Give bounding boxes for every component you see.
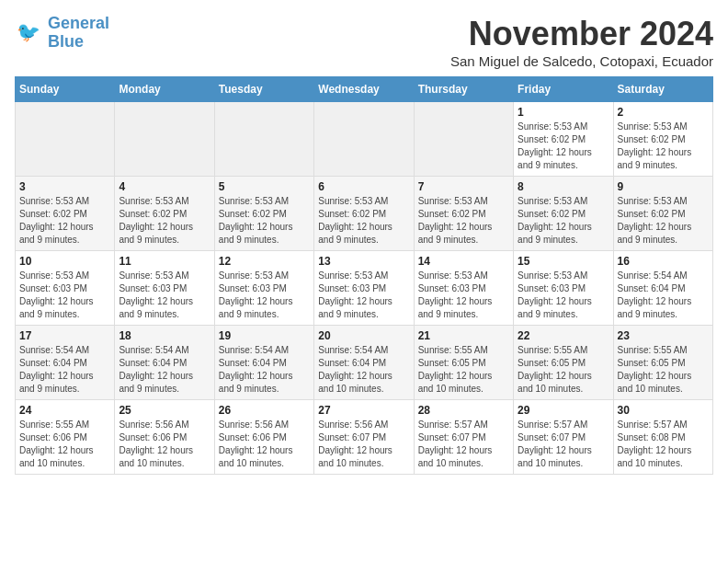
- day-number: 24: [19, 404, 110, 417]
- logo-icon: 🐦: [15, 18, 44, 48]
- day-info: Sunrise: 5:53 AM Sunset: 6:02 PM Dayligh…: [518, 195, 609, 247]
- day-number: 2: [618, 106, 709, 119]
- day-number: 21: [418, 329, 509, 342]
- svg-text:🐦: 🐦: [17, 20, 40, 44]
- day-cell: 27Sunrise: 5:56 AM Sunset: 6:07 PM Dayli…: [314, 400, 414, 475]
- calendar-table: SundayMondayTuesdayWednesdayThursdayFrid…: [15, 76, 713, 475]
- day-number: 14: [418, 255, 509, 268]
- day-cell: 23Sunrise: 5:55 AM Sunset: 6:05 PM Dayli…: [613, 326, 712, 400]
- day-cell: [314, 102, 414, 177]
- day-number: 8: [518, 180, 609, 193]
- day-number: 11: [119, 255, 210, 268]
- day-number: 13: [318, 255, 409, 268]
- day-info: Sunrise: 5:53 AM Sunset: 6:03 PM Dayligh…: [418, 270, 509, 321]
- day-cell: 7Sunrise: 5:53 AM Sunset: 6:02 PM Daylig…: [414, 177, 513, 251]
- day-info: Sunrise: 5:53 AM Sunset: 6:03 PM Dayligh…: [119, 270, 210, 321]
- day-info: Sunrise: 5:53 AM Sunset: 6:02 PM Dayligh…: [19, 195, 110, 247]
- day-cell: [214, 102, 313, 177]
- day-number: 4: [119, 180, 210, 193]
- week-row-4: 24Sunrise: 5:55 AM Sunset: 6:06 PM Dayli…: [16, 400, 713, 475]
- logo-line1: General: [48, 14, 109, 32]
- day-info: Sunrise: 5:56 AM Sunset: 6:07 PM Dayligh…: [318, 419, 409, 470]
- header-row: SundayMondayTuesdayWednesdayThursdayFrid…: [16, 77, 713, 102]
- day-info: Sunrise: 5:53 AM Sunset: 6:03 PM Dayligh…: [19, 270, 110, 321]
- day-info: Sunrise: 5:55 AM Sunset: 6:06 PM Dayligh…: [19, 419, 110, 470]
- day-number: 27: [318, 404, 409, 417]
- day-number: 30: [618, 404, 709, 417]
- day-number: 9: [618, 180, 709, 193]
- day-info: Sunrise: 5:55 AM Sunset: 6:05 PM Dayligh…: [518, 344, 609, 396]
- day-cell: 22Sunrise: 5:55 AM Sunset: 6:05 PM Dayli…: [514, 326, 613, 400]
- day-info: Sunrise: 5:57 AM Sunset: 6:08 PM Dayligh…: [618, 419, 709, 470]
- day-info: Sunrise: 5:53 AM Sunset: 6:02 PM Dayligh…: [318, 195, 409, 247]
- header-cell-sunday: Sunday: [16, 77, 115, 102]
- day-cell: 13Sunrise: 5:53 AM Sunset: 6:03 PM Dayli…: [314, 251, 414, 326]
- day-cell: 18Sunrise: 5:54 AM Sunset: 6:04 PM Dayli…: [115, 326, 214, 400]
- week-row-0: 1Sunrise: 5:53 AM Sunset: 6:02 PM Daylig…: [16, 102, 713, 177]
- day-info: Sunrise: 5:56 AM Sunset: 6:06 PM Dayligh…: [219, 419, 310, 470]
- day-number: 19: [219, 329, 310, 342]
- day-cell: 10Sunrise: 5:53 AM Sunset: 6:03 PM Dayli…: [16, 251, 115, 326]
- day-cell: 2Sunrise: 5:53 AM Sunset: 6:02 PM Daylig…: [613, 102, 712, 177]
- day-number: 3: [19, 180, 110, 193]
- day-info: Sunrise: 5:53 AM Sunset: 6:02 PM Dayligh…: [119, 195, 210, 247]
- logo-line2: Blue: [48, 32, 84, 51]
- day-cell: 20Sunrise: 5:54 AM Sunset: 6:04 PM Dayli…: [314, 326, 414, 400]
- day-cell: 24Sunrise: 5:55 AM Sunset: 6:06 PM Dayli…: [16, 400, 115, 475]
- day-info: Sunrise: 5:53 AM Sunset: 6:03 PM Dayligh…: [219, 270, 310, 321]
- day-cell: 3Sunrise: 5:53 AM Sunset: 6:02 PM Daylig…: [16, 177, 115, 251]
- day-number: 16: [618, 255, 709, 268]
- day-cell: 15Sunrise: 5:53 AM Sunset: 6:03 PM Dayli…: [514, 251, 613, 326]
- day-cell: 21Sunrise: 5:55 AM Sunset: 6:05 PM Dayli…: [414, 326, 513, 400]
- day-cell: 14Sunrise: 5:53 AM Sunset: 6:03 PM Dayli…: [414, 251, 513, 326]
- logo: 🐦 General Blue: [15, 15, 109, 52]
- day-info: Sunrise: 5:57 AM Sunset: 6:07 PM Dayligh…: [518, 419, 609, 470]
- day-cell: 8Sunrise: 5:53 AM Sunset: 6:02 PM Daylig…: [514, 177, 613, 251]
- day-number: 18: [119, 329, 210, 342]
- day-number: 25: [119, 404, 210, 417]
- day-info: Sunrise: 5:55 AM Sunset: 6:05 PM Dayligh…: [418, 344, 509, 396]
- day-info: Sunrise: 5:53 AM Sunset: 6:02 PM Dayligh…: [219, 195, 310, 247]
- day-info: Sunrise: 5:54 AM Sunset: 6:04 PM Dayligh…: [618, 270, 709, 321]
- logo-text: General Blue: [48, 15, 109, 52]
- day-number: 17: [19, 329, 110, 342]
- day-info: Sunrise: 5:55 AM Sunset: 6:05 PM Dayligh…: [618, 344, 709, 396]
- day-number: 23: [618, 329, 709, 342]
- day-number: 28: [418, 404, 509, 417]
- month-title: November 2024: [450, 15, 713, 53]
- location: San Miguel de Salcedo, Cotopaxi, Ecuador: [450, 53, 713, 69]
- day-cell: 12Sunrise: 5:53 AM Sunset: 6:03 PM Dayli…: [214, 251, 313, 326]
- day-cell: [16, 102, 115, 177]
- day-number: 10: [19, 255, 110, 268]
- day-info: Sunrise: 5:57 AM Sunset: 6:07 PM Dayligh…: [418, 419, 509, 470]
- day-info: Sunrise: 5:53 AM Sunset: 6:03 PM Dayligh…: [318, 270, 409, 321]
- header-cell-wednesday: Wednesday: [314, 77, 414, 102]
- day-cell: 16Sunrise: 5:54 AM Sunset: 6:04 PM Dayli…: [613, 251, 712, 326]
- day-info: Sunrise: 5:54 AM Sunset: 6:04 PM Dayligh…: [119, 344, 210, 396]
- day-cell: 30Sunrise: 5:57 AM Sunset: 6:08 PM Dayli…: [613, 400, 712, 475]
- title-block: November 2024 San Miguel de Salcedo, Cot…: [450, 15, 713, 69]
- day-cell: 4Sunrise: 5:53 AM Sunset: 6:02 PM Daylig…: [115, 177, 214, 251]
- day-number: 20: [318, 329, 409, 342]
- page-header: 🐦 General Blue November 2024 San Miguel …: [15, 15, 713, 69]
- day-info: Sunrise: 5:54 AM Sunset: 6:04 PM Dayligh…: [219, 344, 310, 396]
- day-info: Sunrise: 5:56 AM Sunset: 6:06 PM Dayligh…: [119, 419, 210, 470]
- week-row-1: 3Sunrise: 5:53 AM Sunset: 6:02 PM Daylig…: [16, 177, 713, 251]
- day-cell: [115, 102, 214, 177]
- day-info: Sunrise: 5:53 AM Sunset: 6:03 PM Dayligh…: [518, 270, 609, 321]
- day-info: Sunrise: 5:54 AM Sunset: 6:04 PM Dayligh…: [19, 344, 110, 396]
- header-cell-thursday: Thursday: [414, 77, 513, 102]
- day-cell: 25Sunrise: 5:56 AM Sunset: 6:06 PM Dayli…: [115, 400, 214, 475]
- day-number: 22: [518, 329, 609, 342]
- day-number: 26: [219, 404, 310, 417]
- week-row-2: 10Sunrise: 5:53 AM Sunset: 6:03 PM Dayli…: [16, 251, 713, 326]
- day-number: 1: [518, 106, 609, 119]
- day-cell: 9Sunrise: 5:53 AM Sunset: 6:02 PM Daylig…: [613, 177, 712, 251]
- day-cell: 28Sunrise: 5:57 AM Sunset: 6:07 PM Dayli…: [414, 400, 513, 475]
- day-info: Sunrise: 5:53 AM Sunset: 6:02 PM Dayligh…: [618, 195, 709, 247]
- day-cell: 19Sunrise: 5:54 AM Sunset: 6:04 PM Dayli…: [214, 326, 313, 400]
- header-cell-tuesday: Tuesday: [214, 77, 313, 102]
- day-cell: 26Sunrise: 5:56 AM Sunset: 6:06 PM Dayli…: [214, 400, 313, 475]
- day-cell: 17Sunrise: 5:54 AM Sunset: 6:04 PM Dayli…: [16, 326, 115, 400]
- day-number: 6: [318, 180, 409, 193]
